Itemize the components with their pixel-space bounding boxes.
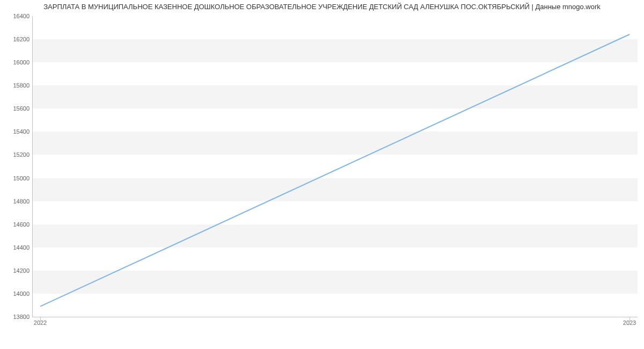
x-axis-line (32, 317, 638, 317)
y-tick-label: 14800 (3, 198, 30, 205)
y-tick-label: 16400 (3, 13, 30, 19)
chart-line-svg (32, 16, 638, 317)
y-tick-label: 15800 (3, 82, 30, 89)
y-tick-label: 13800 (3, 314, 30, 320)
x-tick-mark (630, 317, 630, 321)
y-tick-label: 14400 (3, 244, 30, 251)
y-tick-label: 14200 (3, 267, 30, 274)
y-tick-label: 14600 (3, 221, 30, 228)
y-tick-label: 16200 (3, 36, 30, 42)
series-line (40, 34, 630, 307)
chart-title: ЗАРПЛАТА В МУНИЦИПАЛЬНОЕ КАЗЕННОЕ ДОШКОЛ… (0, 3, 644, 11)
y-tick-label: 15000 (3, 175, 30, 181)
y-tick-label: 14000 (3, 290, 30, 297)
chart-container: ЗАРПЛАТА В МУНИЦИПАЛЬНОЕ КАЗЕННОЕ ДОШКОЛ… (0, 0, 644, 349)
plot-area (32, 16, 638, 317)
x-tick-mark (40, 317, 41, 321)
y-tick-label: 15600 (3, 105, 30, 112)
y-tick-label: 16000 (3, 59, 30, 66)
y-tick-label: 15400 (3, 128, 30, 135)
y-tick-label: 15200 (3, 151, 30, 158)
y-axis-line (32, 16, 33, 317)
